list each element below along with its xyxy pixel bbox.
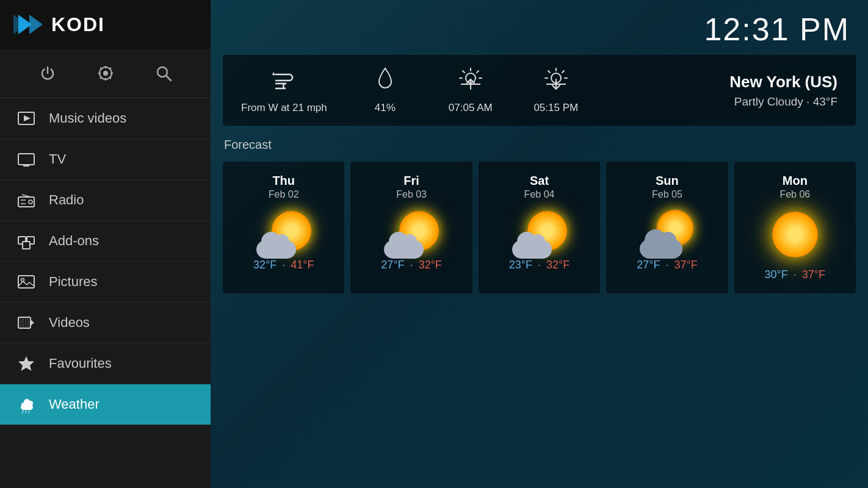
music-videos-icon: [15, 107, 38, 130]
sunrise-icon: [457, 66, 484, 96]
sunrise-stat: 07:05 AM: [443, 66, 498, 115]
temp-low-thu: 32°F: [253, 259, 277, 271]
sidebar: KODI: [0, 0, 211, 488]
forecast-grid: Thu Feb 02 32°F · 41°F Fri Feb 03: [223, 162, 856, 293]
svg-point-22: [29, 200, 32, 204]
kodi-logo-icon: [12, 9, 44, 40]
svg-line-44: [29, 411, 29, 413]
forecast-section: Forecast Thu Feb 02 32°F · 41°F Fri Fe: [211, 138, 868, 293]
svg-marker-31: [31, 320, 34, 326]
svg-line-57: [562, 71, 564, 73]
clock-display: 12:31 PM: [704, 11, 850, 48]
settings-button[interactable]: [92, 60, 119, 87]
svg-line-42: [23, 411, 23, 413]
humidity-stat: 41%: [358, 66, 413, 115]
forecast-icon-sun: [640, 210, 695, 259]
videos-label: Videos: [49, 315, 90, 331]
svg-line-51: [463, 71, 465, 73]
sidebar-header: KODI: [0, 0, 211, 49]
svg-rect-21: [18, 197, 34, 207]
svg-line-59: [548, 71, 550, 73]
sidebar-item-add-ons[interactable]: Add-ons: [0, 221, 211, 262]
svg-point-5: [103, 71, 108, 76]
weather-condition: Partly Cloudy · 43°F: [729, 95, 837, 109]
svg-marker-1: [29, 15, 43, 34]
temp-high-sat: 32°F: [546, 259, 570, 271]
forecast-temps-mon: 30°F · 37°F: [765, 268, 825, 281]
forecast-card-sat[interactable]: Sat Feb 04 23°F · 32°F: [479, 162, 600, 293]
forecast-temps-sat: 23°F · 32°F: [509, 259, 570, 271]
sunset-icon: [543, 66, 570, 96]
svg-rect-18: [18, 154, 34, 165]
pictures-label: Pictures: [49, 274, 97, 290]
forecast-day-mon: Mon: [783, 174, 808, 188]
temp-low-mon: 30°F: [765, 268, 788, 281]
forecast-temps-sun: 27°F · 37°F: [637, 259, 697, 271]
wind-stat: From W at 21 mph: [241, 66, 327, 115]
tv-label: TV: [49, 151, 66, 167]
forecast-card-fri[interactable]: Fri Feb 03 27°F · 32°F: [350, 162, 472, 293]
forecast-temps-thu: 32°F · 41°F: [253, 259, 314, 271]
wind-icon: [271, 66, 297, 96]
svg-rect-28: [18, 276, 34, 288]
forecast-temps-fri: 27°F · 32°F: [381, 259, 441, 271]
sidebar-item-videos[interactable]: Videos: [0, 303, 211, 343]
forecast-day-thu: Thu: [272, 174, 295, 188]
temp-sep-sun: ·: [665, 259, 668, 271]
temp-high-thu: 41°F: [291, 259, 314, 271]
music-videos-label: Music videos: [49, 110, 126, 126]
weather-icon: [15, 393, 38, 416]
sidebar-item-music-videos[interactable]: Music videos: [0, 98, 211, 139]
videos-icon: [15, 311, 38, 334]
humidity-value: 41%: [375, 101, 396, 115]
weather-stats-bar: From W at 21 mph 41%: [223, 55, 856, 126]
temp-low-sat: 23°F: [509, 259, 532, 271]
main-navigation: Music videos TV: [0, 98, 211, 488]
forecast-icon-sat: [512, 210, 567, 259]
forecast-date-sat: Feb 04: [524, 189, 555, 200]
forecast-day-fri: Fri: [403, 174, 419, 188]
forecast-label: Forecast: [223, 138, 856, 152]
weather-label: Weather: [49, 396, 99, 412]
forecast-day-sat: Sat: [530, 174, 549, 188]
forecast-icon-mon: [767, 210, 822, 259]
forecast-card-mon[interactable]: Mon Feb 06 30°F · 37°F: [734, 162, 856, 293]
forecast-card-sun[interactable]: Sun Feb 05 27°F · 37°F: [606, 162, 728, 293]
forecast-icon-fri: [384, 210, 439, 259]
sidebar-item-radio[interactable]: Radio: [0, 180, 211, 221]
forecast-card-thu[interactable]: Thu Feb 02 32°F · 41°F: [223, 162, 344, 293]
sidebar-item-pictures[interactable]: Pictures: [0, 262, 211, 303]
pictures-icon: [15, 270, 38, 293]
svg-line-43: [26, 411, 26, 413]
radio-label: Radio: [49, 192, 84, 208]
favourites-icon: [15, 352, 38, 375]
search-button[interactable]: [150, 60, 177, 87]
forecast-date-thu: Feb 02: [269, 189, 299, 200]
sidebar-item-favourites[interactable]: Favourites: [0, 343, 211, 384]
sidebar-item-weather[interactable]: Weather: [0, 384, 211, 425]
temp-sep-thu: ·: [282, 259, 285, 271]
svg-point-41: [21, 403, 26, 407]
radio-icon: [15, 188, 38, 212]
sunset-value: 05:15 PM: [533, 101, 578, 115]
sidebar-action-icons: [0, 49, 211, 98]
forecast-day-sun: Sun: [656, 174, 679, 188]
svg-rect-30: [18, 317, 31, 328]
tv-icon: [15, 148, 38, 171]
temp-high-mon: 37°F: [802, 268, 825, 281]
temp-low-fri: 27°F: [381, 259, 404, 271]
location-name: New York (US): [729, 73, 837, 92]
weather-location: New York (US) Partly Cloudy · 43°F: [729, 73, 837, 109]
svg-marker-37: [18, 356, 34, 371]
svg-rect-27: [23, 242, 30, 249]
add-ons-icon: [15, 229, 38, 253]
svg-marker-17: [24, 115, 31, 121]
temp-sep-sat: ·: [538, 259, 541, 271]
temp-sep-mon: ·: [794, 268, 797, 281]
temp-sep-fri: ·: [410, 259, 413, 271]
sunrise-value: 07:05 AM: [449, 101, 493, 115]
sidebar-item-tv[interactable]: TV: [0, 139, 211, 180]
power-button[interactable]: [34, 60, 61, 87]
temp-high-sun: 37°F: [674, 259, 697, 271]
svg-line-49: [477, 71, 479, 73]
